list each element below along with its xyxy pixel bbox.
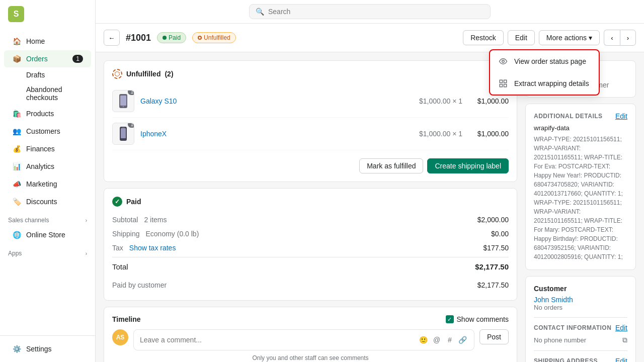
sidebar-item-home[interactable]: 🏠 Home — [4, 33, 91, 50]
no-orders-text: No orders — [534, 304, 627, 311]
additional-details-edit[interactable]: Edit — [615, 112, 627, 120]
sidebar-item-finances[interactable]: 💰 Finances — [4, 140, 91, 157]
restock-button[interactable]: Restock — [463, 30, 504, 45]
additional-details-title: ADDITIONAL DETAILS — [534, 113, 603, 120]
item-actions: Mark as fulfilled Create shipping label — [112, 158, 509, 173]
galaxy-s10-image: 1 — [112, 90, 134, 112]
sidebar-item-label: Products — [26, 110, 54, 118]
iphonex-link[interactable]: IphoneX — [140, 130, 413, 138]
additional-details-header: ADDITIONAL DETAILS Edit — [534, 112, 627, 120]
orders-badge: 1 — [72, 55, 83, 63]
sidebar: S 🏠 Home 📦 Orders 1 Drafts Abandoned che… — [0, 0, 96, 362]
search-input[interactable] — [268, 8, 484, 16]
timeline-title: Timeline — [112, 315, 141, 323]
unfulfilled-card: Unfulfilled (2) 1 Galaxy S10 $1,000.00 ×… — [104, 60, 517, 182]
payment-total-row: Total $2,177.50 — [112, 257, 509, 274]
sales-channels-section: Sales channels › — [0, 211, 95, 226]
logo-mark: S — [8, 6, 24, 22]
emoji-icon[interactable]: 🙂 — [419, 335, 429, 345]
sidebar-item-abandoned[interactable]: Abandoned checkouts — [4, 82, 91, 105]
attachment-icon[interactable]: 🔗 — [458, 335, 468, 345]
shipping-header: SHIPPING ADDRESS Edit — [534, 357, 627, 362]
svg-rect-2 — [504, 80, 507, 82]
view-order-status-item[interactable]: View order status page — [490, 50, 599, 72]
show-comments-checkbox[interactable]: ✓ — [446, 315, 454, 323]
chevron-right-icon: › — [86, 218, 87, 223]
extract-wrapping-item[interactable]: Extract wrapping details — [490, 72, 599, 95]
subtotal-items: 2 items — [138, 216, 477, 224]
galaxy-s10-price: $1,000.00 × 1 — [419, 97, 462, 105]
no-phone-text: No phone number — [534, 336, 586, 344]
next-order-button[interactable]: › — [620, 30, 636, 46]
create-shipping-label-button[interactable]: Create shipping label — [427, 158, 509, 173]
back-button[interactable]: ← — [104, 30, 120, 46]
paid-by-label: Paid by customer — [112, 281, 167, 289]
iphonex-total: $1,000.00 — [468, 130, 509, 138]
mention-icon[interactable]: @ — [432, 335, 442, 345]
customer-card: Customer John Smidth No orders CONTACT I… — [525, 276, 636, 362]
sidebar-item-orders[interactable]: 📦 Orders 1 — [4, 50, 91, 67]
paid-check-icon: ✓ — [112, 197, 122, 207]
sidebar-item-drafts[interactable]: Drafts — [4, 68, 91, 82]
payment-shipping-row: Shipping Economy (0.0 lb) $0.00 — [112, 227, 509, 241]
galaxy-s10-link[interactable]: Galaxy S10 — [140, 97, 413, 105]
hashtag-icon[interactable]: # — [445, 335, 455, 345]
unfulfilled-dot — [198, 36, 202, 40]
eye-icon — [497, 55, 509, 67]
sidebar-item-discounts[interactable]: 🏷️ Discounts — [4, 193, 91, 210]
comment-box: 🙂 @ # 🔗 — [133, 329, 474, 350]
paid-badge: Paid — [157, 32, 186, 43]
contact-header: CONTACT INFORMATION Edit — [534, 324, 627, 332]
payment-card: ✓ Paid Subtotal 2 items $2,000.00 Shippi… — [104, 188, 517, 301]
chevron-right-icon-apps: › — [86, 251, 87, 256]
sidebar-bottom: ⚙️ Settings — [0, 335, 95, 362]
sidebar-item-settings[interactable]: ⚙️ Settings — [4, 340, 91, 357]
apps-section: Apps › — [0, 244, 95, 259]
contact-title: CONTACT INFORMATION — [534, 324, 611, 331]
post-comment-button[interactable]: Post — [479, 329, 509, 344]
sidebar-item-products[interactable]: 🛍️ Products — [4, 105, 91, 122]
settings-icon: ⚙️ — [12, 344, 21, 353]
shipping-label: Shipping — [112, 230, 140, 238]
user-avatar: AS — [112, 329, 128, 345]
edit-button[interactable]: Edit — [508, 30, 535, 45]
shipping-edit-link[interactable]: Edit — [615, 357, 627, 362]
customers-icon: 👥 — [12, 127, 21, 136]
show-tax-rates: Show tax rates — [123, 244, 484, 252]
subtotal-label: Subtotal — [112, 216, 138, 224]
shipping-title: SHIPPING ADDRESS — [534, 357, 598, 362]
customer-name-link[interactable]: John Smidth — [534, 296, 573, 304]
sidebar-item-customers[interactable]: 👥 Customers — [4, 123, 91, 140]
sidebar-logo: S — [0, 0, 95, 28]
payment-tax-row: Tax Show tax rates $177.50 — [112, 241, 509, 255]
home-icon: 🏠 — [12, 37, 21, 46]
payment-title: ✓ Paid — [112, 197, 509, 207]
svg-rect-11 — [122, 127, 125, 128]
sidebar-item-marketing[interactable]: 📣 Marketing — [4, 175, 91, 193]
prev-order-button[interactable]: ‹ — [604, 30, 620, 46]
sidebar-item-online-store[interactable]: 🌐 Online Store — [4, 226, 91, 243]
show-tax-link[interactable]: Show tax rates — [129, 244, 176, 252]
paid-by-amount: $2,177.50 — [477, 281, 509, 289]
sidebar-item-label: Discounts — [26, 198, 57, 206]
shipping-method: Economy (0.0 lb) — [140, 230, 491, 238]
discounts-icon: 🏷️ — [12, 197, 21, 206]
comment-input[interactable] — [140, 336, 415, 344]
more-actions-button[interactable]: More actions ▾ — [539, 30, 600, 45]
total-label: Total — [112, 262, 128, 271]
show-comments-toggle[interactable]: ✓ Show comments — [446, 315, 509, 323]
additional-details-card: ADDITIONAL DETAILS Edit wrapify-data WRA… — [525, 104, 636, 270]
search-bar[interactable]: 🔍 — [249, 4, 491, 19]
products-icon: 🛍️ — [12, 109, 21, 118]
mark-fulfilled-button[interactable]: Mark as fulfilled — [359, 158, 423, 173]
copy-icon[interactable]: ⧉ — [622, 336, 627, 344]
sidebar-item-label: Orders — [26, 55, 48, 63]
svg-rect-7 — [120, 96, 126, 106]
contact-edit-link[interactable]: Edit — [615, 324, 627, 332]
show-comments-label: Show comments — [457, 315, 509, 323]
sidebar-item-analytics[interactable]: 📊 Analytics — [4, 158, 91, 175]
sidebar-item-label: Home — [26, 37, 45, 45]
svg-rect-3 — [500, 84, 502, 87]
timeline-header: Timeline ✓ Show comments — [112, 315, 509, 323]
wrapify-label: wrapify-data — [534, 124, 627, 132]
